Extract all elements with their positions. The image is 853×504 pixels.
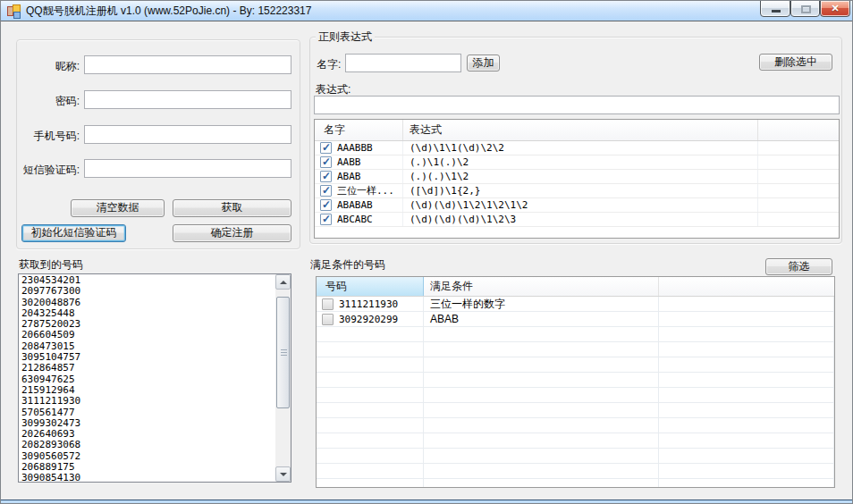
checkbox-checked[interactable] <box>320 142 332 154</box>
rule-expression: ([\d])\1{2,} <box>403 184 758 197</box>
rule-expression: (\d)(\d)\1\2\1\2\1\2 <box>403 198 758 212</box>
regex-rule-row[interactable]: ABABAB(\d)(\d)\1\2\1\2\1\2 <box>315 198 839 213</box>
close-button[interactable]: ✕ <box>820 0 850 17</box>
list-item[interactable]: 3111211930 <box>19 396 274 407</box>
close-icon: ✕ <box>821 3 849 14</box>
empty-cell <box>317 449 424 463</box>
rule-name-cell: ABAB <box>315 170 403 183</box>
empty-cell <box>659 357 834 372</box>
rule-name: 三位一样... <box>337 184 394 197</box>
list-item[interactable]: 206604509 <box>19 330 274 340</box>
header-name[interactable]: 名字 <box>315 120 403 140</box>
header-expression[interactable]: 表达式 <box>403 120 758 140</box>
matched-numbers-label: 满足条件的号码 <box>310 257 385 273</box>
matched-condition: 三位一样的数字 <box>424 297 659 311</box>
empty-cell <box>317 464 424 478</box>
filler-cell <box>758 155 839 169</box>
empty-row <box>317 449 834 464</box>
add-regex-button[interactable]: 添加 <box>467 55 500 71</box>
empty-cell <box>317 433 424 448</box>
list-item[interactable]: 3090854130 <box>19 473 274 482</box>
header-condition[interactable]: 满足条件 <box>424 277 659 296</box>
rule-expression: (\d)(\d)(\d)\1\2\3 <box>403 213 758 226</box>
scroll-down-button[interactable] <box>275 466 291 482</box>
empty-cell <box>424 357 659 372</box>
fetched-numbers-label: 获取到的号码 <box>19 257 83 273</box>
password-input[interactable] <box>84 90 291 109</box>
checkbox-unchecked[interactable] <box>322 314 334 325</box>
delete-selected-button[interactable]: 删除选中 <box>759 54 832 71</box>
empty-cell <box>424 388 659 402</box>
checkbox-unchecked[interactable] <box>322 298 334 310</box>
regex-rule-row[interactable]: 三位一样...([\d])\1{2,} <box>315 184 839 198</box>
nickname-input[interactable] <box>84 55 291 74</box>
app-window: QQ靓号脱机注册机 v1.0 (www.52PoJie.cn) - By: 15… <box>0 0 853 504</box>
scrollbar-thumb[interactable] <box>276 297 290 408</box>
number-cell: 3092920299 <box>317 312 424 326</box>
matched-number-row[interactable]: 3092920299ABAB <box>317 312 834 327</box>
filter-button[interactable]: 筛选 <box>765 258 832 275</box>
checkbox-checked[interactable] <box>320 171 332 182</box>
fetched-numbers-list: 2304534201209776730030200488762043254482… <box>19 275 274 482</box>
list-item[interactable]: 570561477 <box>19 407 274 418</box>
empty-cell <box>424 479 659 488</box>
header-number[interactable]: 号码 <box>317 277 424 296</box>
list-item[interactable]: 212864857 <box>19 363 274 374</box>
rule-expression: (.)(.)\1\2 <box>403 170 758 183</box>
fetch-button[interactable]: 获取 <box>173 199 291 217</box>
phone-label: 手机号码: <box>17 129 80 144</box>
sms-code-label: 短信验证码: <box>12 163 80 178</box>
clear-data-button[interactable]: 清空数据 <box>71 199 165 217</box>
phone-input[interactable] <box>84 125 291 144</box>
password-label: 密码: <box>17 94 80 109</box>
empty-cell <box>424 342 659 357</box>
maximize-button[interactable] <box>790 0 820 17</box>
filler-cell <box>659 312 834 326</box>
empty-row <box>317 388 834 403</box>
empty-cell <box>659 388 834 402</box>
window-title: QQ靓号脱机注册机 v1.0 (www.52PoJie.cn) - By: 15… <box>26 1 311 21</box>
regex-rule-row[interactable]: ABCABC(\d)(\d)(\d)\1\2\3 <box>315 213 839 227</box>
regex-rule-row[interactable]: ABAB(.)(.)\1\2 <box>315 170 839 184</box>
sms-code-input[interactable] <box>84 159 291 178</box>
regex-name-input[interactable] <box>345 54 461 72</box>
empty-cell <box>424 449 659 463</box>
filler-cell <box>659 297 834 311</box>
empty-cell <box>317 373 424 387</box>
regex-rule-row[interactable]: AAABBB(\d)\1\1(\d)\2\2 <box>315 141 839 155</box>
checkbox-checked[interactable] <box>320 185 332 197</box>
matched-number-row[interactable]: 3111211930三位一样的数字 <box>317 297 834 312</box>
expression-input[interactable] <box>314 96 840 114</box>
list-item[interactable]: 2082893068 <box>19 440 274 450</box>
app-icon-part <box>13 12 21 19</box>
empty-cell <box>317 403 424 417</box>
filler-cell <box>758 170 839 183</box>
init-sms-button[interactable]: 初始化短信验证码 <box>21 224 126 242</box>
vertical-scrollbar[interactable] <box>275 274 291 482</box>
rule-expression: (.)\1(.)\2 <box>403 155 758 169</box>
matched-number: 3092920299 <box>339 314 398 325</box>
confirm-register-button[interactable]: 确定注册 <box>173 224 291 242</box>
window-bottom-border <box>1 500 852 503</box>
empty-cell <box>659 433 834 448</box>
checkbox-checked[interactable] <box>320 214 332 225</box>
list-item[interactable]: 2097767300 <box>19 286 274 297</box>
checkbox-checked[interactable] <box>320 156 332 168</box>
matched-table-body: 3111211930三位一样的数字3092920299ABAB <box>317 297 834 488</box>
empty-cell <box>317 327 424 341</box>
scroll-up-button[interactable] <box>275 274 291 290</box>
empty-cell <box>317 357 424 372</box>
empty-cell <box>317 342 424 357</box>
regex-table-body: AAABBB(\d)\1\1(\d)\2\2AABB(.)\1(.)\2ABAB… <box>315 141 839 227</box>
checkbox-checked[interactable] <box>320 199 332 211</box>
empty-cell <box>424 403 659 417</box>
regex-rule-row[interactable]: AABB(.)\1(.)\2 <box>315 155 839 170</box>
fetched-numbers-listbox[interactable]: 2304534201209776730030200488762043254482… <box>18 273 291 483</box>
empty-row <box>317 357 834 373</box>
filler-cell <box>758 213 839 226</box>
minimize-button[interactable] <box>760 0 790 17</box>
empty-row <box>317 418 834 433</box>
minimize-icon <box>772 10 781 13</box>
empty-cell <box>659 449 834 463</box>
empty-row <box>317 403 834 418</box>
